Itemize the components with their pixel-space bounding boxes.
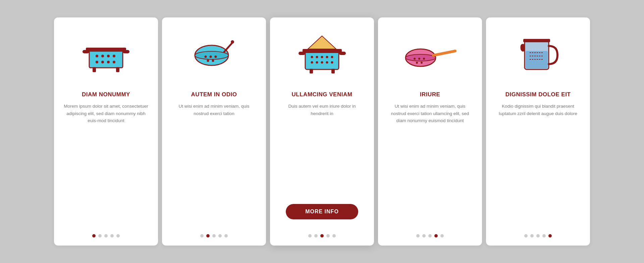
svg-point-4	[107, 55, 110, 57]
strainer-box-icon	[84, 36, 128, 73]
card-3-dots	[308, 227, 336, 238]
svg-rect-10	[83, 50, 89, 53]
colander-top-icon-area	[279, 28, 365, 81]
dot-1	[422, 234, 426, 238]
dot-3	[218, 234, 222, 238]
svg-point-29	[326, 56, 328, 58]
dot-2	[536, 234, 540, 238]
dot-0	[308, 234, 312, 238]
strainer-handle-icon-area	[387, 28, 473, 81]
svg-rect-23	[305, 51, 339, 69]
card-1-dots	[92, 227, 120, 238]
dot-1	[206, 234, 210, 238]
dot-1	[530, 234, 534, 238]
colander-top-icon	[298, 34, 346, 74]
card-5-dots	[524, 227, 552, 238]
svg-point-28	[321, 56, 323, 58]
pitcher-icon	[518, 34, 558, 74]
svg-point-17	[210, 56, 212, 58]
card-2-dots	[200, 227, 228, 238]
svg-point-31	[311, 61, 313, 64]
card-3: ULLAMCING VENIAM Duis autem vel eum iriu…	[270, 17, 374, 246]
dot-4	[116, 234, 120, 238]
svg-point-22	[231, 40, 234, 44]
card-1: DIAM NONUMMY Morem ipsum dolor sit amet,…	[54, 17, 158, 246]
dot-3	[542, 234, 546, 238]
card-1-text: Morem ipsum dolor sit amet, consectetuer…	[63, 103, 149, 227]
dot-0	[92, 234, 96, 238]
card-5: DIGNISSIM DOLOE EIT Kodio dignissim qui …	[486, 17, 590, 246]
card-3-title: ULLAMCING VENIAM	[292, 91, 353, 98]
dot-0	[524, 234, 528, 238]
dot-2	[104, 234, 108, 238]
dot-3	[434, 234, 438, 238]
svg-rect-39	[331, 69, 335, 73]
svg-point-30	[331, 56, 333, 58]
strainer-box-icon-area	[63, 28, 149, 81]
dot-2	[428, 234, 432, 238]
svg-point-20	[212, 60, 214, 62]
svg-rect-38	[310, 69, 313, 73]
dot-2	[320, 234, 324, 238]
svg-rect-36	[299, 52, 305, 55]
svg-point-34	[326, 61, 328, 64]
dot-3	[326, 234, 330, 238]
svg-point-5	[113, 55, 115, 57]
svg-point-2	[96, 55, 98, 57]
svg-point-43	[418, 58, 420, 60]
svg-rect-13	[116, 67, 119, 72]
svg-line-21	[224, 43, 232, 52]
more-info-button[interactable]: MORE INFO	[286, 204, 358, 219]
svg-rect-12	[93, 67, 96, 72]
svg-point-35	[331, 61, 333, 64]
svg-rect-11	[123, 50, 129, 53]
svg-point-44	[423, 58, 425, 60]
svg-point-33	[321, 61, 323, 64]
card-2-text: Ut wisi enim ad minim veniam, quis nostr…	[171, 103, 257, 227]
svg-point-41	[406, 54, 436, 61]
card-4: IRIURE Ut wisi enim ad minim veniam, qui…	[378, 17, 482, 246]
svg-rect-24	[303, 49, 342, 53]
svg-point-46	[421, 62, 423, 64]
svg-point-9	[113, 61, 115, 63]
dot-4	[224, 234, 228, 238]
svg-point-18	[215, 56, 217, 58]
card-2-title: AUTEM IN ODIO	[191, 91, 237, 98]
svg-point-3	[101, 55, 104, 57]
colander-ladle-icon-area	[171, 28, 257, 81]
svg-point-7	[101, 61, 104, 63]
card-2: AUTEM IN ODIO Ut wisi enim ad minim veni…	[162, 17, 266, 246]
svg-point-6	[96, 61, 98, 63]
dot-3	[110, 234, 114, 238]
svg-point-16	[205, 56, 207, 58]
card-3-text: Duis autem vel eum iriure dolor in hendr…	[279, 103, 365, 197]
svg-rect-37	[339, 52, 346, 55]
svg-point-45	[416, 62, 418, 64]
svg-point-42	[414, 58, 416, 60]
svg-marker-25	[308, 36, 336, 49]
cards-container: DIAM NONUMMY Morem ipsum dolor sit amet,…	[47, 11, 597, 252]
strainer-handle-icon	[403, 39, 457, 69]
svg-point-15	[195, 51, 228, 59]
dot-4	[548, 234, 552, 238]
card-4-dots	[416, 227, 444, 238]
card-1-title: DIAM NONUMMY	[82, 91, 130, 98]
card-4-text: Ut wisi enim ad minim veniam, quis nostr…	[387, 103, 473, 227]
card-4-title: IRIURE	[420, 91, 440, 98]
pitcher-icon-area	[495, 28, 581, 81]
dot-0	[200, 234, 204, 238]
dot-4	[440, 234, 444, 238]
svg-point-27	[316, 56, 318, 58]
svg-point-8	[107, 61, 110, 63]
dot-4	[332, 234, 336, 238]
dot-1	[98, 234, 102, 238]
svg-rect-0	[89, 49, 123, 68]
svg-rect-50	[523, 39, 550, 42]
colander-ladle-icon	[192, 36, 236, 73]
svg-point-26	[311, 56, 313, 58]
dot-0	[416, 234, 420, 238]
svg-point-32	[316, 61, 318, 64]
dot-1	[314, 234, 318, 238]
svg-point-19	[207, 60, 209, 62]
svg-line-47	[433, 51, 455, 55]
